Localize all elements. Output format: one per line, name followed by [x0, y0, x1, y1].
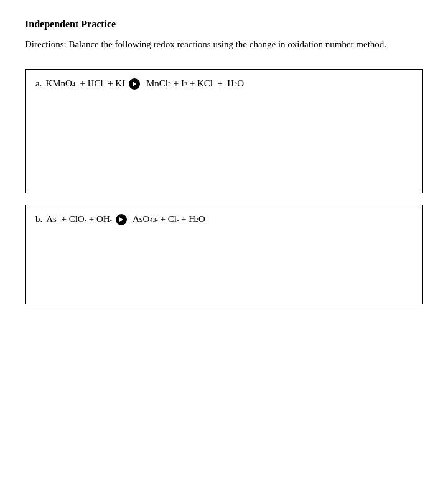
page-title: Independent Practice — [25, 19, 423, 30]
problem-b-equation: As + ClO- + OH- — [46, 214, 112, 225]
problem-a-equation: KMnO4 + HCl + KI — [45, 78, 125, 89]
problem-box-a: a. KMnO4 + HCl + KI MnCl2 + I2 + KCl + H… — [25, 69, 423, 193]
problem-b-label: b. — [35, 214, 42, 225]
problem-b-products: AsO43- + Cl- + H2O — [131, 214, 205, 225]
problem-a-label: a. — [35, 78, 42, 89]
problem-a-products: MnCl2 + I2 + KCl + H2O — [144, 78, 244, 89]
arrow-icon-b — [116, 214, 127, 225]
problem-box-b: b. As + ClO- + OH- AsO43- + Cl- + H2O — [25, 205, 423, 304]
directions-text: Directions: Balance the following redox … — [25, 37, 423, 52]
arrow-icon-a — [129, 78, 140, 90]
